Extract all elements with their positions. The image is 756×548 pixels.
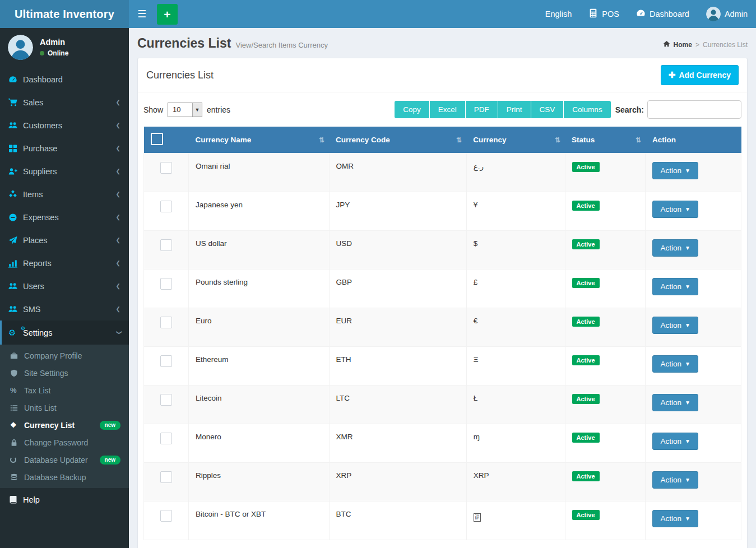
sidebar-toggle-icon[interactable]: ☰ [129,0,155,28]
sidebar-item-reports[interactable]: Reports ❮ [0,252,129,275]
status-badge: Active [572,510,600,520]
action-button[interactable]: Action▼ [652,510,698,527]
row-checkbox[interactable] [160,394,172,406]
breadcrumb: Home > Currencies List [663,40,748,49]
excel-button[interactable]: Excel [430,101,466,118]
sidebar-user-status[interactable]: Online [40,49,68,57]
language-menu[interactable]: English [537,0,581,28]
action-button[interactable]: Action▼ [652,162,698,179]
row-checkbox[interactable] [160,162,172,174]
topbar: Ultimate Inventory ☰ + English POS Dashb… [0,0,756,28]
action-button[interactable]: Action▼ [652,278,698,295]
cell-currency-name: Omani rial [189,154,330,192]
header-currency-code[interactable]: Currency Code⇅ [329,127,466,154]
page-size-select[interactable]: 10 ▼ [168,103,202,117]
caret-down-icon: ▼ [685,516,690,522]
quick-add-button[interactable]: + [157,4,178,25]
cell-currency-code: EUR [329,308,466,347]
caret-down-icon: ▼ [685,477,690,483]
submenu-item-company-profile[interactable]: Company Profile [0,347,129,364]
sidebar-item-dashboard[interactable]: Dashboard [0,68,129,91]
caret-down-icon: ▼ [685,284,690,290]
sidebar-item-items[interactable]: Items ❮ [0,183,129,206]
columns-button[interactable]: Columns [564,101,610,118]
action-button[interactable]: Action▼ [652,355,698,373]
cell-currency-symbol: 20 BF [466,501,565,540]
sidebar: Admin Online Dashboard Sales ❮ [0,28,129,548]
cell-currency-symbol: Ξ [466,347,565,386]
sidebar-item-sales[interactable]: Sales ❮ [0,91,129,114]
sidebar-item-help[interactable]: Help [0,488,129,511]
action-button[interactable]: Action▼ [652,239,698,257]
table-row: Omani rial OMR ر.ع Active Action▼ [144,154,741,192]
submenu-item-currency-list[interactable]: ❖ Currency List new [0,416,129,434]
submenu-item-database-backup[interactable]: Database Backup [0,468,129,486]
submenu-item-units-list[interactable]: Units List [0,399,129,416]
action-button[interactable]: Action▼ [652,317,698,334]
header-currency-name[interactable]: Currency Name⇅ [189,127,330,154]
submenu-item-change-password[interactable]: Change Password [0,434,129,451]
cell-currency-code: GBP [329,270,466,308]
row-checkbox[interactable] [160,355,172,367]
sort-icon: ⇅ [319,136,324,144]
header-currency[interactable]: Currency⇅ [466,127,565,154]
action-button[interactable]: Action▼ [652,433,698,450]
submenu-item-tax-list[interactable]: % Tax List [0,382,129,399]
sidebar-item-customers[interactable]: Customers ❮ [0,114,129,137]
diamonds-icon: ❖ [10,421,24,429]
table-toolbar: Show 10 ▼ entries Copy Excel PDF Print C… [138,92,747,126]
sidebar-item-sms[interactable]: SMS ❮ [0,298,129,321]
sort-icon: ⇅ [456,136,462,144]
lock-icon [10,439,24,447]
breadcrumb-home-link[interactable]: Home [674,41,692,49]
sidebar-item-suppliers[interactable]: Suppliers ❮ [0,160,129,183]
users-icon [8,305,23,314]
submenu-item-site-settings[interactable]: Site Settings [0,364,129,382]
pos-link[interactable]: POS [580,0,628,28]
user-menu[interactable]: Admin [698,0,756,28]
briefcase-icon [10,352,24,360]
pdf-button[interactable]: PDF [466,101,498,118]
cell-currency-symbol: XRP [466,463,565,501]
row-checkbox[interactable] [160,201,172,212]
action-button[interactable]: Action▼ [652,394,698,411]
cell-currency-symbol: € [466,308,565,347]
add-currency-button[interactable]: ✚ Add Currency [661,65,739,85]
action-button[interactable]: Action▼ [652,471,698,489]
submenu-item-database-updater[interactable]: Database Updater new [0,451,129,468]
dashboard-link[interactable]: Dashboard [628,0,698,28]
brand-logo[interactable]: Ultimate Inventory [0,0,129,28]
csv-button[interactable]: CSV [531,101,564,118]
print-button[interactable]: Print [498,101,531,118]
cell-currency-name: Bitcoin - BTC or XBT [189,501,330,540]
header-status[interactable]: Status⇅ [565,127,646,154]
breadcrumb-separator: > [695,41,699,49]
select-all-checkbox[interactable] [151,133,163,145]
action-button[interactable]: Action▼ [652,201,698,218]
row-checkbox[interactable] [160,433,172,444]
status-badge: Active [572,317,600,327]
status-badge: Active [572,394,600,404]
status-badge: Active [572,471,600,481]
sidebar-item-users[interactable]: Users ❮ [0,275,129,298]
chevron-down-icon: ▼ [192,103,202,117]
caret-down-icon: ▼ [685,438,690,444]
table-row: Ripples XRP XRP Active Action▼ [144,463,741,501]
sidebar-user-panel: Admin Online [0,28,129,68]
row-checkbox[interactable] [160,317,172,328]
cell-currency-symbol: Ł [466,386,565,424]
sidebar-item-places[interactable]: Places ❮ [0,229,129,252]
sidebar-item-purchase[interactable]: Purchase ❮ [0,137,129,160]
sidebar-item-settings[interactable]: ⚙⚙ Settings ❮ [0,321,129,345]
row-checkbox[interactable] [160,471,172,483]
cell-currency-code: LTC [329,386,466,424]
page-title: Currencies List [137,36,231,51]
row-checkbox[interactable] [160,510,172,522]
copy-button[interactable]: Copy [395,101,430,118]
row-checkbox[interactable] [160,278,172,290]
sidebar-item-expenses[interactable]: Expenses ❮ [0,206,129,229]
row-checkbox[interactable] [160,239,172,251]
search-input[interactable] [647,100,741,119]
table-row: Japanese yen JPY ¥ Active Action▼ [144,192,741,231]
database-icon [10,473,24,481]
